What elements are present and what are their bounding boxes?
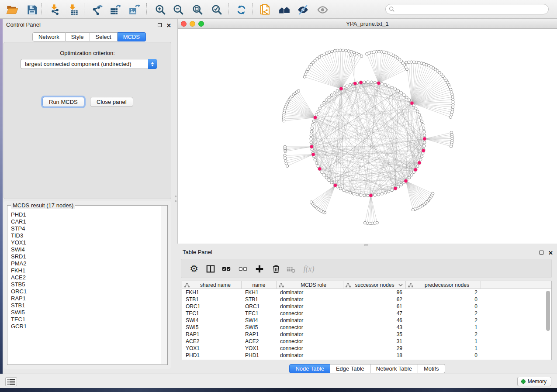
graph-node[interactable]: [381, 193, 383, 195]
graph-node[interactable]: [423, 134, 426, 137]
graph-node[interactable]: [325, 176, 328, 179]
tab-mcds[interactable]: MCDS: [118, 32, 146, 41]
graph-hub-node[interactable]: [310, 145, 313, 148]
import-network-button[interactable]: [47, 2, 62, 17]
graph-node[interactable]: [412, 208, 414, 211]
graph-hub-node[interactable]: [353, 82, 357, 85]
mcds-result-item[interactable]: TEC1: [11, 316, 161, 323]
close-panel-action-button[interactable]: Close panel: [90, 97, 133, 107]
graph-hub-node[interactable]: [318, 167, 322, 171]
zoom-out-button[interactable]: [171, 2, 186, 17]
float-panel-button[interactable]: [158, 22, 162, 28]
graph-node[interactable]: [315, 162, 318, 164]
mcds-result-item[interactable]: SWI5: [11, 309, 161, 316]
mcds-result-item[interactable]: STP4: [11, 225, 161, 232]
graph-node[interactable]: [311, 123, 314, 126]
graph-node[interactable]: [330, 94, 333, 96]
graph-node[interactable]: [321, 104, 323, 107]
graph-node[interactable]: [423, 144, 426, 147]
graph-hub-node[interactable]: [422, 149, 425, 152]
column-header-name[interactable]: name: [242, 281, 277, 289]
zoom-selected-button[interactable]: [209, 2, 224, 17]
close-table-panel-button[interactable]: ✕: [548, 250, 553, 256]
graph-node[interactable]: [349, 191, 352, 194]
table-settings-button[interactable]: ⚙: [187, 263, 201, 275]
mcds-result-item[interactable]: SRD1: [11, 253, 161, 260]
graph-node[interactable]: [330, 181, 333, 184]
table-row[interactable]: STB1STB1dominator620: [182, 296, 551, 303]
mcds-result-item[interactable]: ACE2: [11, 274, 161, 281]
graph-hub-node[interactable]: [410, 101, 414, 105]
graph-node[interactable]: [339, 187, 342, 190]
graph-node[interactable]: [408, 176, 411, 179]
graph-node[interactable]: [360, 55, 363, 57]
graph-hub-node[interactable]: [333, 183, 337, 187]
table-scrollbar[interactable]: [545, 289, 551, 360]
table-row[interactable]: ORC1ORC1dominator610: [182, 303, 551, 310]
graph-hub-node[interactable]: [423, 137, 426, 141]
graph-node[interactable]: [418, 113, 420, 116]
graph-node[interactable]: [422, 127, 425, 129]
select-all-button[interactable]: [220, 263, 233, 275]
graph-hub-node[interactable]: [313, 116, 317, 119]
table-row[interactable]: SWI4SWI4dominator462: [182, 317, 551, 324]
graph-node[interactable]: [394, 88, 396, 90]
table-row[interactable]: TEC1TEC1connector472: [182, 310, 551, 317]
graph-node[interactable]: [285, 162, 287, 165]
graph-node[interactable]: [381, 83, 383, 85]
graph-node[interactable]: [346, 190, 348, 193]
graph-node[interactable]: [310, 138, 312, 140]
deselect-all-button[interactable]: [236, 263, 249, 275]
graph-hub-node[interactable]: [369, 194, 373, 197]
graph-hub-node[interactable]: [377, 81, 381, 85]
graph-node[interactable]: [336, 89, 339, 92]
graph-node[interactable]: [377, 193, 380, 196]
graph-node[interactable]: [328, 179, 330, 182]
windows-home-button[interactable]: [277, 2, 292, 17]
table-row[interactable]: PHD1PHD1dominator180: [182, 352, 551, 359]
graph-node[interactable]: [349, 54, 352, 56]
graph-node[interactable]: [374, 194, 376, 196]
vertical-splitter[interactable]: [175, 196, 176, 202]
graph-node[interactable]: [420, 120, 423, 123]
table-row[interactable]: ACE2ACE2connector311: [182, 338, 551, 345]
close-panel-button[interactable]: ✕: [166, 22, 171, 29]
search-input[interactable]: [395, 5, 548, 14]
graph-node[interactable]: [405, 68, 408, 71]
table-row[interactable]: FKH1FKH1dominator962: [182, 289, 551, 296]
graph-node[interactable]: [325, 52, 328, 54]
graph-node[interactable]: [328, 51, 331, 53]
mcds-result-item[interactable]: SWI4: [11, 246, 161, 253]
eye-button[interactable]: [315, 2, 330, 17]
mcds-result-item[interactable]: FKH1: [11, 267, 161, 274]
graph-node[interactable]: [353, 53, 356, 56]
mcds-result-item[interactable]: TID3: [11, 232, 161, 239]
graph-node[interactable]: [297, 89, 300, 92]
task-history-button[interactable]: [5, 377, 17, 386]
graph-node[interactable]: [423, 141, 426, 144]
import-table-button[interactable]: [66, 2, 80, 17]
graph-hub-node[interactable]: [414, 168, 417, 172]
graph-node[interactable]: [284, 154, 286, 157]
graph-node[interactable]: [416, 165, 419, 167]
criterion-dropdown[interactable]: largest connected component (undirected): [21, 59, 157, 69]
graph-node[interactable]: [342, 49, 344, 52]
graph-node[interactable]: [419, 117, 422, 119]
graph-node[interactable]: [391, 189, 393, 191]
mcds-result-item[interactable]: GCR1: [11, 323, 161, 330]
graph-node[interactable]: [311, 127, 313, 129]
graph-node[interactable]: [312, 120, 315, 123]
graph-node[interactable]: [352, 193, 355, 195]
graph-node[interactable]: [419, 158, 422, 161]
network-canvas[interactable]: [178, 29, 557, 244]
graph-node[interactable]: [415, 107, 417, 110]
graph-node[interactable]: [363, 81, 366, 83]
table-row[interactable]: RAP1RAP1dominator352: [182, 331, 551, 338]
graph-node[interactable]: [360, 194, 362, 196]
graph-node[interactable]: [349, 83, 352, 86]
mcds-result-item[interactable]: STB5: [11, 281, 161, 288]
graph-node[interactable]: [342, 189, 345, 191]
tab-network[interactable]: Network: [32, 32, 66, 41]
graph-node[interactable]: [416, 110, 419, 113]
graph-node[interactable]: [284, 145, 286, 148]
